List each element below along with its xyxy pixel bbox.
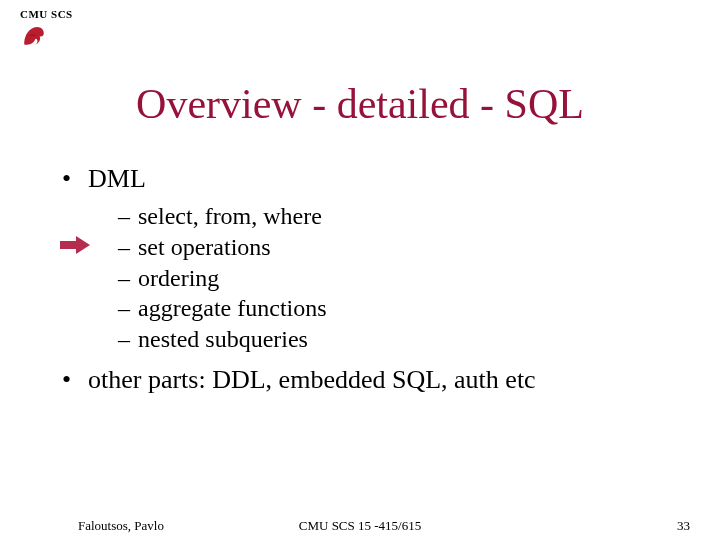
svg-rect-0 bbox=[60, 241, 76, 249]
sub-text: set operations bbox=[138, 232, 271, 263]
sub-item: – set operations bbox=[118, 232, 682, 263]
bullet-text: DML bbox=[88, 162, 146, 195]
header-label: CMU SCS bbox=[20, 8, 73, 20]
bullet-dot-icon: • bbox=[62, 162, 88, 195]
arrow-right-icon bbox=[60, 236, 90, 254]
bullet-dot-icon: • bbox=[62, 363, 88, 396]
dash-icon: – bbox=[118, 201, 138, 232]
bullet-item: • DML bbox=[62, 162, 682, 195]
slide-content: • DML – select, from, where – set operat… bbox=[62, 162, 682, 402]
dash-icon: – bbox=[118, 263, 138, 294]
sub-text: select, from, where bbox=[138, 201, 322, 232]
sub-item: – ordering bbox=[118, 263, 682, 294]
bullet-item: • other parts: DDL, embedded SQL, auth e… bbox=[62, 363, 682, 396]
dash-icon: – bbox=[118, 293, 138, 324]
sub-text: ordering bbox=[138, 263, 219, 294]
cmu-dragon-logo-icon bbox=[20, 22, 48, 50]
dash-icon: – bbox=[118, 232, 138, 263]
sub-text: aggregate functions bbox=[138, 293, 327, 324]
header: CMU SCS bbox=[20, 8, 73, 50]
slide-title: Overview - detailed - SQL bbox=[0, 80, 720, 128]
bullet-text: other parts: DDL, embedded SQL, auth etc bbox=[88, 363, 536, 396]
sub-text: nested subqueries bbox=[138, 324, 308, 355]
footer-page-number: 33 bbox=[677, 518, 690, 534]
svg-marker-1 bbox=[76, 236, 90, 254]
sub-list: – select, from, where – set operations –… bbox=[118, 201, 682, 355]
sub-item: – select, from, where bbox=[118, 201, 682, 232]
footer-course: CMU SCS 15 -415/615 bbox=[0, 518, 720, 534]
sub-item: – aggregate functions bbox=[118, 293, 682, 324]
dash-icon: – bbox=[118, 324, 138, 355]
sub-item: – nested subqueries bbox=[118, 324, 682, 355]
